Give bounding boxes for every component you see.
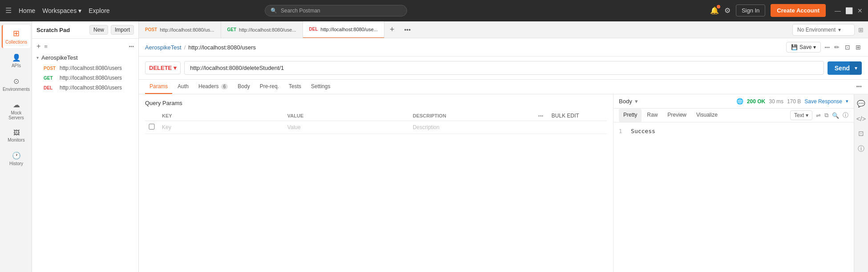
tab-settings[interactable]: Settings: [307, 80, 335, 94]
request-header-actions: 💾 Save ▾ ••• ✏ ⊡ ⊞: [786, 42, 862, 53]
request-item-post[interactable]: POST http://localhost:8080/users: [32, 63, 138, 73]
text-format-dropdown[interactable]: Text ▾: [790, 110, 812, 120]
desc-input[interactable]: [413, 124, 531, 130]
workspaces-nav[interactable]: Workspaces ▾: [42, 7, 81, 14]
save-icon: 💾: [791, 44, 798, 50]
resp-tab-actions: Text ▾ ⇌ ⧉ 🔍 ⓘ: [790, 110, 848, 120]
collection-item[interactable]: ▾ AerospikeTest: [32, 52, 138, 63]
response-header: Body ▾ 🌐 200 OK 30 ms 170 B Save Respons…: [614, 94, 854, 109]
send-button[interactable]: Send: [828, 61, 850, 75]
tab-get[interactable]: GET http://localhost:8080/use...: [221, 21, 303, 38]
method-chevron: ▾: [174, 65, 177, 71]
edit-icon[interactable]: ✏: [833, 43, 840, 52]
save-button[interactable]: 💾 Save ▾: [786, 42, 821, 53]
gear-icon[interactable]: ⚙: [724, 6, 731, 15]
explore-nav[interactable]: Explore: [89, 7, 109, 14]
resp-tab-preview[interactable]: Preview: [663, 109, 691, 122]
save-response-chevron[interactable]: ▾: [846, 98, 848, 104]
request-item-del[interactable]: DEL http://localhost:8080/users: [32, 83, 138, 93]
tab-del[interactable]: DEL http://localhost:8080/use...: [303, 21, 384, 38]
sidebar-item-apis[interactable]: 👤 APIs: [2, 50, 30, 72]
value-input[interactable]: [287, 124, 406, 130]
info-panel-icon[interactable]: ⓘ: [856, 143, 866, 155]
hamburger-icon[interactable]: ☰: [5, 6, 12, 15]
filter-icon[interactable]: ≡: [44, 43, 48, 50]
tab-auth[interactable]: Auth: [173, 80, 193, 94]
request-url: http://localhost:8080/users: [60, 65, 122, 71]
format-icon[interactable]: ⇌: [816, 112, 821, 119]
params-table: KEY VALUE DESCRIPTION ••• Bulk Edit: [145, 111, 607, 134]
desc-column-header: DESCRIPTION: [409, 111, 535, 121]
breadcrumb-collection[interactable]: AerospikeTest: [145, 44, 182, 51]
search-bar[interactable]: 🔍 Search Postman: [265, 5, 407, 16]
save-more-icon[interactable]: •••: [824, 45, 830, 50]
monitors-icon: 🖼: [13, 129, 20, 136]
minimize-button[interactable]: —: [835, 7, 841, 14]
req-tabs-more[interactable]: •••: [856, 84, 862, 90]
resp-tab-pretty[interactable]: Pretty: [619, 109, 642, 122]
search-response-icon[interactable]: 🔍: [832, 112, 839, 119]
more-tabs-button[interactable]: •••: [400, 26, 415, 33]
response-time: 30 ms: [769, 98, 783, 105]
tab-body[interactable]: Body: [233, 80, 254, 94]
main-layout: ⊞ Collections 👤 APIs ⊙ Environments ☁ Mo…: [0, 21, 868, 272]
env-view-icon[interactable]: ⊞: [858, 26, 864, 33]
eye-icon[interactable]: ⊞: [855, 43, 862, 52]
panel-title: Scratch Pad: [36, 27, 70, 33]
param-checkbox[interactable]: [149, 124, 155, 130]
params-more-icon[interactable]: •••: [538, 113, 544, 118]
url-input[interactable]: [184, 61, 824, 75]
environment-selector[interactable]: No Environment ▾: [792, 24, 855, 36]
sidebar-item-mock-servers[interactable]: ☁ Mock Servers: [2, 97, 30, 124]
method-post-badge: POST: [44, 66, 57, 71]
close-button[interactable]: ✕: [857, 7, 863, 14]
value-column-header: VALUE: [284, 111, 409, 121]
key-input[interactable]: [162, 124, 280, 130]
sidebar-item-history[interactable]: 🕐 History: [2, 148, 30, 170]
import-button[interactable]: Import: [111, 25, 134, 35]
response-area: Body ▾ 🌐 200 OK 30 ms 170 B Save Respons…: [614, 94, 854, 272]
tab-method-post: POST: [145, 27, 157, 32]
tab-post[interactable]: POST http://localhost:8080/us...: [139, 21, 221, 38]
copy-icon[interactable]: ⧉: [824, 112, 828, 119]
save-chevron: ▾: [813, 44, 816, 50]
create-account-button[interactable]: Create Account: [771, 4, 826, 17]
main-content: POST http://localhost:8080/us... GET htt…: [139, 21, 868, 272]
bulk-edit-button[interactable]: Bulk Edit: [552, 113, 579, 119]
response-title: Body ▾: [619, 98, 638, 105]
params-area: Query Params KEY VALUE DESCRIPTION •••: [139, 94, 614, 272]
resp-tab-visualize[interactable]: Visualize: [692, 109, 722, 122]
env-chevron: ▾: [838, 27, 841, 33]
sidebar-item-monitors[interactable]: 🖼 Monitors: [2, 126, 30, 146]
sidebar-item-environments[interactable]: ⊙ Environments: [2, 73, 30, 95]
request-header: AerospikeTest / http://localhost:8080/us…: [139, 38, 868, 57]
send-dropdown[interactable]: ▾: [850, 61, 862, 75]
more-icon[interactable]: •••: [129, 44, 134, 49]
doc-panel-icon[interactable]: ⊡: [856, 128, 866, 139]
mock-servers-icon: ☁: [13, 101, 20, 109]
doc-icon[interactable]: ⊡: [844, 43, 851, 52]
save-response-button[interactable]: Save Response: [804, 98, 842, 105]
sidebar-item-collections[interactable]: ⊞ Collections: [2, 25, 30, 48]
info-icon[interactable]: ⓘ: [843, 111, 848, 119]
resp-tab-raw[interactable]: Raw: [642, 109, 662, 122]
sidebar-icons: ⊞ Collections 👤 APIs ⊙ Environments ☁ Mo…: [0, 21, 32, 272]
request-item-get[interactable]: GET http://localhost:8080/users: [32, 73, 138, 83]
add-collection-icon[interactable]: +: [36, 42, 40, 50]
add-tab-button[interactable]: +: [384, 25, 400, 34]
sign-in-button[interactable]: Sign In: [736, 4, 765, 16]
notification-icon[interactable]: 🔔: [710, 6, 719, 15]
tab-params[interactable]: Params: [145, 80, 172, 94]
home-nav[interactable]: Home: [19, 7, 35, 14]
request-url: http://localhost:8080/users: [60, 75, 122, 81]
response-meta: 🌐 200 OK 30 ms 170 B Save Response ▾: [736, 98, 848, 105]
sidebar-item-label: Collections: [5, 40, 27, 45]
tab-tests[interactable]: Tests: [284, 80, 306, 94]
tab-prereq[interactable]: Pre-req.: [255, 80, 283, 94]
maximize-button[interactable]: ⬜: [845, 7, 853, 14]
chat-icon[interactable]: 💬: [855, 98, 867, 110]
method-selector[interactable]: DELETE ▾: [145, 61, 181, 74]
code-icon[interactable]: </>: [855, 113, 868, 124]
new-button[interactable]: New: [89, 25, 108, 35]
tab-headers[interactable]: Headers 6: [194, 80, 232, 94]
